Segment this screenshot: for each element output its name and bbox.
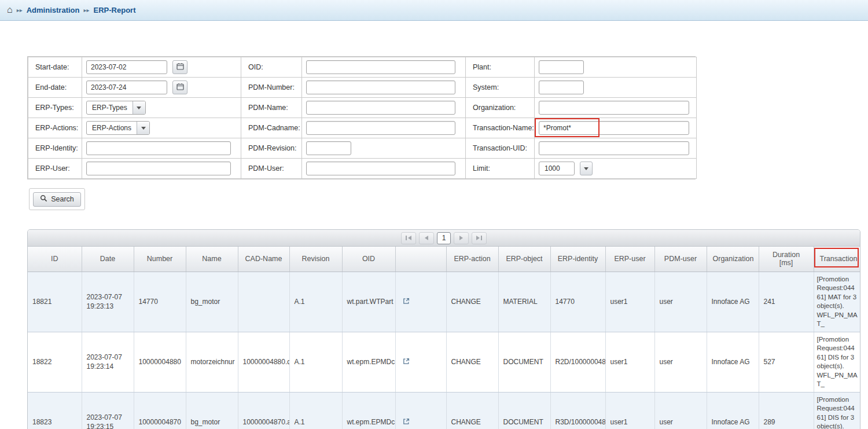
cell-erp-user: user1	[605, 392, 654, 429]
transaction-uid-label: Transaction-UID:	[466, 138, 535, 159]
column-header-erp-user: ERP-user	[605, 247, 654, 272]
erp-actions-dropdown-button[interactable]	[137, 122, 149, 134]
paginator-last-button[interactable]	[472, 232, 487, 244]
cell-name: bg_motor	[186, 392, 238, 429]
erp-actions-dropdown-value: ERP-Actions	[87, 122, 137, 134]
cell-id: 18822	[28, 332, 82, 392]
cell-erp-user: user1	[605, 272, 654, 332]
erp-actions-dropdown[interactable]: ERP-Actions	[86, 121, 150, 135]
pdm-revision-label: PDM-Revision:	[241, 138, 302, 159]
cell-erp-object: DOCUMENT	[498, 332, 550, 392]
cell-erp-object: DOCUMENT	[498, 392, 550, 429]
search-button[interactable]: Search	[33, 192, 81, 207]
column-header-link	[395, 247, 446, 272]
results-table: ID Date Number Name CAD-Name Revision OI…	[28, 247, 860, 429]
cell-date: 2023-07-07 19:23:14	[82, 332, 134, 392]
limit-dropdown-button[interactable]	[580, 162, 593, 175]
home-icon[interactable]: ⌂	[7, 5, 13, 14]
erp-identity-input[interactable]	[86, 141, 231, 155]
search-button-panel: Search	[29, 188, 85, 210]
first-page-icon-arrow	[408, 236, 411, 240]
cell-duration: 289	[759, 392, 814, 429]
first-page-icon	[406, 236, 407, 240]
cell-oid: wt.epm.EPMDc	[342, 392, 395, 429]
erp-user-label: ERP-User:	[28, 159, 82, 179]
cell-cad-name	[238, 272, 289, 332]
table-row: 18822 2023-07-07 19:23:14 10000004880 mo…	[28, 332, 860, 392]
open-object-link-icon[interactable]	[403, 298, 410, 305]
cell-name: motorzeichnur	[186, 332, 238, 392]
last-page-icon	[481, 236, 482, 240]
transaction-uid-input[interactable]	[539, 141, 689, 155]
cell-date: 2023-07-07 19:23:13	[82, 272, 134, 332]
cell-number: 10000004870	[134, 392, 186, 429]
pdm-number-input[interactable]	[306, 80, 455, 94]
organization-input[interactable]	[539, 101, 689, 115]
end-date-calendar-button[interactable]	[172, 80, 187, 94]
cell-revision: A.1	[289, 392, 342, 429]
column-header-erp-identity: ERP-identity	[550, 247, 605, 272]
pdm-cadname-input[interactable]	[306, 121, 455, 135]
end-date-input[interactable]	[86, 80, 167, 94]
column-header-erp-action: ERP-action	[446, 247, 498, 272]
cell-revision: A.1	[289, 272, 342, 332]
cell-erp-object: MATERIAL	[498, 272, 550, 332]
breadcrumb-link-administration[interactable]: Administration	[27, 6, 80, 14]
paginator-page-1[interactable]: 1	[437, 232, 451, 244]
cell-erp-identity: R3D/100000048	[550, 392, 605, 429]
next-page-icon	[459, 236, 463, 240]
cell-pdm-user: user	[654, 392, 707, 429]
chevron-right-icon: ▸	[17, 7, 23, 13]
open-object-link-icon[interactable]	[403, 358, 410, 365]
pdm-user-label: PDM-User:	[241, 159, 302, 179]
paginator: 1	[28, 230, 860, 247]
cell-organization: Innoface AG	[707, 332, 759, 392]
transaction-name-input[interactable]	[539, 121, 689, 135]
cell-duration: 241	[759, 272, 814, 332]
pdm-name-input[interactable]	[306, 101, 455, 115]
pdm-cadname-label: PDM-Cadname:	[241, 118, 302, 138]
column-header-cad-name: CAD-Name	[238, 247, 289, 272]
erp-identity-label: ERP-Identity:	[28, 138, 82, 159]
plant-label: Plant:	[466, 57, 535, 78]
search-icon	[40, 195, 47, 204]
cell-pdm-user: user	[654, 332, 707, 392]
cell-organization: Innoface AG	[707, 392, 759, 429]
chevron-down-icon	[584, 167, 589, 170]
cell-transaction: [Promotion Request:04461] DIS for 3 obje…	[814, 332, 860, 392]
open-object-link-icon[interactable]	[403, 418, 410, 425]
cell-erp-user: user1	[605, 332, 654, 392]
system-label: System:	[466, 78, 535, 98]
calendar-icon	[176, 62, 184, 72]
search-form-panel: Start-date: OID: Plant: End-date: PDM-Nu…	[27, 56, 696, 179]
oid-input[interactable]	[306, 60, 455, 74]
paginator-next-button[interactable]	[454, 232, 469, 244]
erp-types-dropdown-button[interactable]	[133, 101, 145, 114]
cell-erp-action: CHANGE	[446, 392, 498, 429]
pdm-user-input[interactable]	[306, 162, 455, 175]
cell-erp-identity: R2D/100000048	[550, 332, 605, 392]
last-page-icon-arrow	[476, 236, 480, 240]
pdm-number-label: PDM-Number:	[241, 78, 302, 98]
column-header-number: Number	[134, 247, 186, 272]
system-input[interactable]	[539, 80, 584, 94]
breadcrumb-link-erp-report[interactable]: ERP-Report	[94, 6, 136, 14]
cell-cad-name: 10000004870.as	[238, 392, 289, 429]
cell-erp-action: CHANGE	[446, 332, 498, 392]
start-date-input[interactable]	[86, 60, 167, 74]
limit-label: Limit:	[466, 159, 535, 179]
chevron-down-icon	[141, 127, 146, 130]
chevron-right-icon: ▸	[83, 7, 89, 13]
breadcrumb: ⌂ ▸ Administration ▸ ERP-Report	[0, 0, 868, 21]
paginator-prev-button[interactable]	[419, 232, 434, 244]
paginator-first-button[interactable]	[401, 232, 416, 244]
erp-types-dropdown[interactable]: ERP-Types	[86, 101, 146, 115]
cell-oid: wt.epm.EPMDc	[342, 332, 395, 392]
start-date-calendar-button[interactable]	[172, 60, 187, 74]
limit-dropdown[interactable]: 1000	[539, 162, 575, 175]
cell-pdm-user: user	[654, 272, 707, 332]
cell-date: 2023-07-07 19:23:15	[82, 392, 134, 429]
erp-user-input[interactable]	[86, 162, 231, 175]
plant-input[interactable]	[539, 60, 584, 74]
pdm-revision-input[interactable]	[306, 141, 351, 155]
